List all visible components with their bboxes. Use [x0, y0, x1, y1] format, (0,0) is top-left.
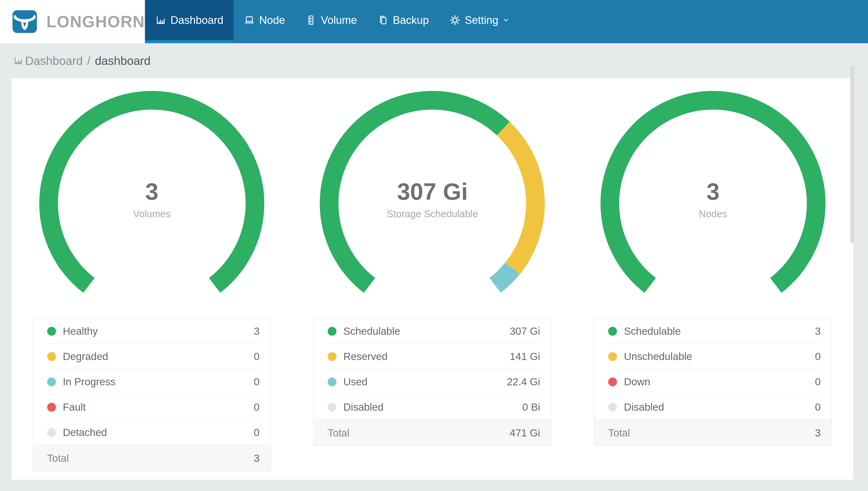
nav-item-label: Setting [465, 14, 498, 26]
legend-row-fault: Fault 0 [33, 395, 271, 420]
legend-value: 0 [815, 376, 820, 388]
backup-icon [377, 15, 388, 26]
legend-total-row: Total 471 Gi [314, 420, 551, 445]
scrollbar-thumb[interactable] [850, 66, 855, 243]
total-label: Total [47, 453, 69, 464]
nodes-legend-table: Schedulable 3 Unschedulable 0 Down 0 [594, 318, 832, 446]
brand[interactable]: LONGHORN [0, 0, 145, 43]
top-nav-bar: LONGHORN Dashboard Node [0, 0, 868, 43]
legend-row-unschedulable: Unschedulable 0 [594, 344, 831, 369]
legend-dot [47, 403, 56, 412]
breadcrumb-page: dashboard [95, 54, 151, 67]
nav-item-dashboard[interactable]: Dashboard [145, 0, 234, 43]
legend-dot [47, 352, 56, 361]
legend-dot [47, 377, 56, 386]
nodes-gauge-label: Nodes [600, 209, 826, 219]
legend-dot [328, 352, 337, 361]
longhorn-dashboard-page: LONGHORN Dashboard Node [0, 0, 868, 491]
nav-item-node[interactable]: Node [234, 0, 295, 43]
legend-value: 0 [254, 401, 259, 413]
total-label: Total [328, 427, 349, 439]
legend-dot [608, 403, 617, 412]
storage-panel: 307 Gi Storage Schedulable Schedulable 3… [313, 90, 551, 480]
storage-gauge-chart: 307 Gi Storage Schedulable [320, 90, 545, 317]
legend-label: Degraded [63, 351, 108, 363]
legend-row-schedulable: Schedulable 307 Gi [314, 318, 551, 344]
bar-chart-icon [155, 15, 166, 26]
legend-dot [47, 428, 56, 437]
nav-item-label: Volume [321, 14, 357, 26]
legend-label: Schedulable [343, 325, 400, 337]
legend-value: 141 Gi [510, 351, 540, 363]
legend-label: Used [343, 376, 367, 388]
node-icon [244, 15, 255, 26]
gear-icon [450, 15, 460, 26]
legend-dot [47, 327, 56, 336]
nav-item-setting[interactable]: Setting [439, 0, 521, 43]
legend-row-healthy: Healthy 3 [33, 318, 271, 344]
total-value: 3 [254, 453, 259, 464]
legend-row-in-progress: In Progress 0 [33, 369, 271, 395]
volume-icon [306, 15, 316, 26]
legend-value: 0 [815, 351, 820, 363]
legend-label: Unschedulable [624, 351, 692, 363]
nav-item-label: Dashboard [170, 14, 223, 26]
nav-item-label: Backup [393, 14, 429, 26]
volumes-gauge-label: Volumes [39, 209, 264, 219]
longhorn-logo-icon [12, 7, 37, 36]
legend-value: 0 [254, 351, 259, 363]
legend-row-used: Used 22.4 Gi [314, 369, 551, 395]
legend-value: 0 [815, 401, 820, 413]
legend-value: 0 [254, 376, 259, 388]
brand-name: LONGHORN [46, 12, 145, 31]
main-nav: Dashboard Node Volume [145, 0, 521, 43]
legend-row-schedulable: Schedulable 3 [594, 318, 831, 344]
volumes-panel: 3 Volumes Healthy 3 Degraded 0 [33, 90, 271, 480]
storage-gauge-label: Storage Schedulable [320, 209, 545, 219]
legend-dot [608, 377, 617, 386]
legend-label: Healthy [63, 325, 98, 337]
legend-dot [328, 403, 337, 412]
breadcrumb: Dashboard / dashboard [0, 43, 151, 78]
legend-row-down: Down 0 [594, 369, 831, 395]
total-value: 3 [815, 427, 820, 439]
breadcrumb-separator: / [87, 54, 90, 67]
dashboard-card: 3 Volumes Healthy 3 Degraded 0 [11, 78, 853, 480]
total-value: 471 Gi [510, 427, 540, 439]
nodes-panel: 3 Nodes Schedulable 3 Unschedulable 0 [594, 90, 832, 480]
legend-row-degraded: Degraded 0 [33, 344, 271, 369]
legend-value: 0 [254, 427, 259, 438]
legend-label: Schedulable [624, 325, 681, 337]
legend-label: Disabled [343, 401, 383, 413]
legend-row-disabled: Disabled 0 Bi [314, 395, 551, 420]
nodes-gauge-chart: 3 Nodes [600, 90, 826, 317]
nav-item-volume[interactable]: Volume [295, 0, 367, 43]
legend-dot [608, 327, 617, 336]
legend-label: In Progress [63, 376, 116, 388]
legend-value: 0 Bi [522, 401, 540, 413]
legend-label: Fault [63, 401, 86, 413]
storage-legend-table: Schedulable 307 Gi Reserved 141 Gi Used … [313, 318, 551, 446]
legend-label: Disabled [624, 401, 664, 413]
nav-item-backup[interactable]: Backup [367, 0, 439, 43]
chevron-down-icon [502, 16, 510, 24]
legend-label: Detached [63, 427, 107, 438]
legend-total-row: Total 3 [33, 445, 271, 471]
volumes-legend-table: Healthy 3 Degraded 0 In Progress 0 [33, 318, 271, 471]
legend-row-detached: Detached 0 [33, 420, 271, 445]
bar-chart-icon [13, 56, 23, 66]
legend-label: Down [624, 376, 650, 388]
legend-dot [328, 327, 337, 336]
legend-row-disabled: Disabled 0 [594, 395, 831, 420]
volumes-gauge-chart: 3 Volumes [39, 90, 264, 317]
volumes-count: 3 [39, 180, 264, 203]
legend-dot [608, 352, 617, 361]
nav-item-label: Node [259, 14, 285, 26]
breadcrumb-section[interactable]: Dashboard [25, 54, 83, 67]
nodes-count: 3 [600, 180, 826, 203]
storage-schedulable-value: 307 Gi [320, 180, 545, 203]
legend-dot [328, 377, 337, 386]
legend-label: Reserved [343, 351, 388, 363]
legend-total-row: Total 3 [594, 420, 831, 445]
legend-value: 3 [815, 325, 820, 337]
